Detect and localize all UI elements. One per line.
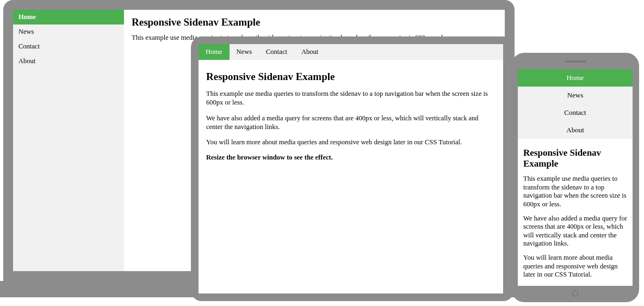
paragraph-4: Resize the browser window to see the eff… [206,153,496,162]
nav-item-news[interactable]: News [230,44,259,60]
page-title: Responsive Sidenav Example [523,148,627,169]
paragraph-3: You will learn more about media queries … [523,254,627,279]
paragraph-4-bold: Resize the browser window to see the eff… [523,285,620,286]
paragraph-2: We have also added a media query for scr… [523,215,627,249]
phone-bezel: Home News Contact About Responsive Siden… [511,53,639,302]
device-tablet: Home News Contact About Responsive Siden… [191,36,514,301]
paragraph-1: This example use media queries to transf… [523,175,627,209]
paragraph-3: You will learn more about media queries … [206,138,496,146]
paragraph-4: Resize the browser window to see the eff… [523,285,627,286]
nav-item-home[interactable]: Home [518,69,633,87]
main-content: Responsive Sidenav Example This example … [199,60,503,176]
nav-item-news[interactable]: News [13,25,124,39]
tablet-screen: Home News Contact About Responsive Siden… [199,44,503,293]
nav-item-about[interactable]: About [294,44,325,60]
paragraph-1: This example use media queries to transf… [206,89,496,107]
device-phone: Home News Contact About Responsive Siden… [511,53,639,302]
paragraph-4-bold: Resize the browser window to see the eff… [206,154,333,161]
nav-item-about[interactable]: About [13,54,124,69]
nav-item-contact[interactable]: Contact [518,104,633,121]
nav-item-news[interactable]: News [518,87,633,104]
phone-screen: Home News Contact About Responsive Siden… [518,69,633,286]
page-title: Responsive Sidenav Example [132,16,497,28]
topnav: Home News Contact About [199,44,503,60]
nav-item-home[interactable]: Home [199,44,230,60]
main-content: Responsive Sidenav Example This example … [518,139,633,286]
phone-home-button-icon [572,290,579,297]
paragraph-2: We have also added a media query for scr… [206,114,496,132]
sidenav: Home News Contact About [13,10,124,271]
nav-item-home[interactable]: Home [13,10,124,25]
topnav-stacked: Home News Contact About [518,69,633,139]
nav-item-contact[interactable]: Contact [259,44,294,60]
nav-item-about[interactable]: About [518,121,633,139]
tablet-bezel: Home News Contact About Responsive Siden… [191,36,514,301]
nav-item-contact[interactable]: Contact [13,39,124,54]
phone-speaker-icon [565,60,586,63]
page-title: Responsive Sidenav Example [206,71,496,83]
